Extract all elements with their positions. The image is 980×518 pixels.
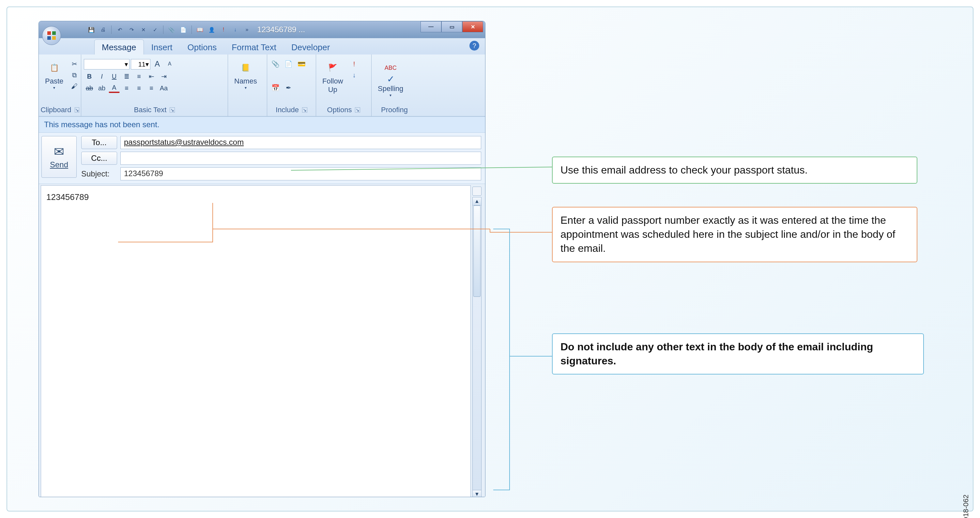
scroll-up-button[interactable]: ▲ [473,197,482,205]
maximize-button[interactable]: ▭ [441,21,462,32]
office-logo-icon [46,30,57,41]
help-icon[interactable]: ? [469,41,479,51]
basictext-launcher[interactable]: ↘ [170,107,175,113]
cc-button[interactable]: Cc... [81,152,117,165]
names-label: Names [234,77,257,86]
callout-passport-number: Enter a valid passport number exactly as… [552,207,917,262]
copy-icon[interactable]: ⧉ [69,70,80,80]
decrease-indent-icon[interactable]: ⇤ [146,72,157,81]
envelope-icon: ✉ [54,145,64,159]
basictext-group-label: Basic Text [134,106,167,114]
business-card-icon[interactable]: 💳 [296,59,307,69]
include-group-label: Include [276,106,299,114]
spelling-button[interactable]: ABC ✓ Spelling ▾ [374,59,407,99]
callout-green-text: Use this email address to check your pas… [560,164,808,176]
numbering-icon[interactable]: ≡ [134,72,145,81]
print-icon[interactable]: 🖨 [98,25,108,35]
bullets-icon[interactable]: ≣ [121,72,132,81]
redo-icon[interactable]: ↷ [127,25,136,35]
paste-button[interactable]: 📋 Paste ▾ [41,59,67,92]
high-importance-icon[interactable]: ! [219,25,228,35]
send-button[interactable]: ✉ Send [41,136,77,178]
ruler-toggle-icon[interactable] [473,187,482,196]
cut-icon[interactable]: ✂ [69,59,80,69]
callout-orange-text: Enter a valid passport number exactly as… [560,214,895,254]
low-importance-icon[interactable]: ↓ [230,25,240,35]
body-area: 123456789 ▲ ▼ [39,184,485,497]
check-names-icon[interactable]: 👤 [207,25,216,35]
spelling-label: Spelling [378,84,403,93]
tab-insert[interactable]: Insert [144,40,180,54]
names-button[interactable]: 📒 Names ▾ [231,59,261,92]
delete-icon[interactable]: ✕ [138,25,148,35]
clipboard-icon: 📋 [47,61,61,75]
attach-icon[interactable]: 📎 [167,25,177,35]
subject-label: Subject: [81,169,117,178]
minimize-button[interactable]: — [420,21,441,32]
undo-icon[interactable]: ↶ [115,25,125,35]
save-icon[interactable]: 💾 [86,25,96,35]
increase-indent-icon[interactable]: ⇥ [158,72,169,81]
info-bar: This message has not been sent. [39,116,485,133]
align-left-icon[interactable]: ≡ [121,83,132,93]
underline-icon[interactable]: U [109,72,120,81]
close-button[interactable]: ✕ [462,21,483,32]
ribbon-tabstrip: Message Insert Options Format Text Devel… [39,38,485,54]
to-button[interactable]: To... [81,136,117,149]
book-icon[interactable]: 📖 [195,25,205,35]
bold-icon[interactable]: B [84,72,95,81]
tab-format-text[interactable]: Format Text [224,40,284,54]
flag-icon: 🚩 [326,61,340,75]
include-launcher[interactable]: ↘ [302,107,307,113]
font-size-combo[interactable]: 11▾ [131,59,150,70]
clipboard-group-label: Clipboard [40,106,71,114]
low-importance-button[interactable]: ↓ [349,70,360,80]
options-group-label: Options [327,106,352,114]
font-family-combo[interactable]: ▾ [84,59,129,70]
grow-font-icon[interactable]: A [152,59,163,69]
followup-button[interactable]: 🚩 Follow Up [319,59,347,95]
high-importance-button[interactable]: ! [349,59,360,69]
clear-format-icon[interactable]: Aa [158,83,169,93]
scroll-thumb[interactable] [473,205,480,297]
tab-message[interactable]: Message [94,40,144,54]
proofing-group-label: Proofing [381,106,408,114]
scroll-down-button[interactable]: ▼ [473,490,482,497]
more-icon[interactable]: » [242,25,252,35]
cc-field[interactable] [120,152,481,165]
align-center-icon[interactable]: ≡ [134,83,145,93]
tab-options[interactable]: Options [180,40,224,54]
shrink-font-icon[interactable]: A [164,59,175,69]
office-button[interactable] [42,26,61,45]
tab-developer[interactable]: Developer [284,40,338,54]
to-field[interactable]: passportstatus@ustraveldocs.com [120,136,481,149]
highlight-icon[interactable]: ab [96,83,107,93]
group-proofing: ABC ✓ Spelling ▾ Proofing [372,54,417,116]
info-bar-text: This message has not been sent. [44,120,159,129]
attach-item-icon[interactable]: 📄 [178,25,188,35]
options-launcher[interactable]: ↘ [355,107,360,113]
to-value: passportstatus@ustraveldocs.com [124,138,244,146]
qat-separator [111,25,111,34]
send-label: Send [50,160,68,169]
format-painter-icon[interactable]: 🖌 [69,81,80,91]
signature-icon[interactable]: ✒ [283,83,294,93]
svg-rect-3 [52,36,56,40]
attach-file-icon[interactable]: 📎 [270,59,281,69]
calendar-icon[interactable]: 📅 [270,83,281,93]
scroll-track[interactable] [473,205,482,490]
svg-rect-1 [52,31,56,35]
strike-icon[interactable]: ab [84,83,95,93]
svg-rect-2 [47,36,51,40]
attach-item-icon[interactable]: 📄 [283,59,294,69]
font-color-icon[interactable]: A [109,83,120,93]
spellcheck-icon[interactable]: ✓ [150,25,160,35]
subject-field[interactable]: 123456789 [120,167,481,180]
window-title: 123456789 ... [257,25,305,34]
address-book-icon: 📒 [239,61,253,75]
clipboard-launcher[interactable]: ↘ [75,107,79,113]
message-body[interactable]: 123456789 [41,185,471,497]
align-right-icon[interactable]: ≡ [146,83,157,93]
callout-blue-text: Do not include any other text in the bod… [560,341,873,367]
italic-icon[interactable]: I [96,72,107,81]
